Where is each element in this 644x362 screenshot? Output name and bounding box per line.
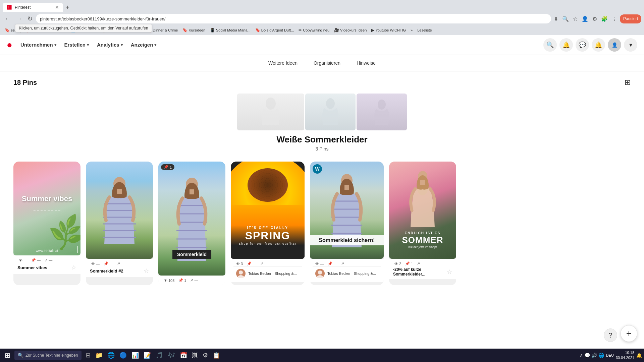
star-icon[interactable]: ☆ [572, 14, 579, 23]
calendar-icon[interactable]: 📅 [178, 351, 189, 360]
account-chevron-button[interactable]: ▾ [624, 38, 637, 52]
download-icon[interactable]: ⬇ [552, 14, 559, 23]
new-tab-button[interactable]: + [63, 4, 72, 11]
pin-badge-3: 📌 1 [161, 164, 174, 170]
nav-item-analytics[interactable]: Analytics ▾ [93, 39, 127, 50]
help-button[interactable]: ? [604, 328, 617, 342]
chevron-down-icon: ▾ [154, 43, 156, 47]
music-icon[interactable]: 🎶 [166, 351, 176, 360]
extension-icon[interactable]: 🧩 [600, 14, 609, 23]
pin-card-5[interactable]: Sommerkleid sichern! W 👁 — 📌 — ↗ — [310, 162, 384, 285]
address-bar[interactable] [36, 14, 551, 23]
pin-card-2[interactable]: 👁 — 📌 — ↗ — Sommerkleid #2 ☆ [86, 162, 153, 285]
board-pin-count: 3 Pins [316, 146, 329, 152]
pin-card-6[interactable]: ENDLICH IST ES SOMMER Kleider jetzt im S… [389, 162, 456, 285]
notification-center-icon[interactable]: 🔔 [636, 353, 642, 358]
wordpress-badge: W [313, 164, 322, 174]
active-tab[interactable]: 🅿 Pinterest ✕ [3, 3, 63, 12]
avatar-icon: 👤 [612, 42, 618, 48]
bookmark-label: Kursideen [189, 28, 205, 32]
pin-stats-6: 👁 2 📌 1 ↗ — [392, 261, 453, 266]
tray-chat-icon[interactable]: 💬 [584, 353, 590, 358]
tray-volume-icon[interactable]: 🔊 [591, 353, 597, 358]
bookmark-bois[interactable]: 🔖 Bois d'Argent Duft... [253, 27, 296, 33]
file-explorer-icon[interactable]: 📁 [94, 351, 104, 360]
profile-browser-icon[interactable]: 👤 [580, 14, 590, 23]
svg-point-33 [318, 270, 322, 275]
tab-title: Pinterest [15, 5, 52, 10]
sommerkleid-label: Sommerkleid [172, 250, 211, 259]
bookmark-label: Videokurs Ideen [340, 28, 367, 32]
user-name-4: Tobias Becker - Shopping &... [248, 272, 297, 276]
sub-nav-organisieren[interactable]: Organisieren [311, 59, 343, 67]
bookmark-label: Leseliste [417, 28, 432, 32]
tray-network-icon[interactable]: 🌐 [598, 353, 604, 358]
edge-icon[interactable]: 🌐 [106, 351, 116, 360]
nav-item-erstellen[interactable]: Erstellen ▾ [60, 39, 93, 50]
nav-right: 🔍 🔔 💬 🔔 👤 ▾ [543, 38, 637, 52]
spotify-icon[interactable]: 🎵 [154, 351, 164, 360]
messages-button[interactable]: 💬 [576, 38, 589, 52]
add-pin-button[interactable]: + [621, 325, 637, 342]
sommer-sichern-label: Sommerkleid sichern! [310, 235, 384, 245]
save-star-icon[interactable]: ☆ [144, 267, 149, 275]
taskview-icon[interactable]: ⊟ [84, 351, 92, 360]
bookmark-copywriting[interactable]: ✏ Copywriting neu [297, 27, 331, 33]
forward-button[interactable]: → [14, 14, 24, 24]
search-button[interactable]: 🔍 [543, 38, 557, 52]
filter-button[interactable]: ⊞ [625, 78, 631, 87]
more-browser-icon[interactable]: ⋮ [610, 14, 619, 23]
save-star-icon[interactable]: ☆ [447, 268, 452, 276]
excel-icon[interactable]: 📊 [130, 351, 140, 360]
main-content: 18 Pins ⊞ [0, 71, 644, 292]
pin-card-1[interactable]: 🌿 Summer vibes www.tobitalk.at 👁 — 📌 — ↗ [13, 162, 80, 285]
views-stat: 👁 103 [164, 279, 174, 283]
bookmark-social[interactable]: 📱 Social Media Mana... [208, 27, 253, 33]
refresh-button[interactable]: ↻ [25, 14, 35, 24]
bookmark-leseliste[interactable]: Leseliste [415, 27, 434, 33]
nav-label-unternehmen: Unternehmen [20, 42, 53, 48]
bookmark-more[interactable]: » [409, 27, 415, 33]
nav-item-unternehmen[interactable]: Unternehmen ▾ [16, 39, 60, 50]
pin-card-4[interactable]: IT'S OFFICIALLY SPRING Shop for our fres… [231, 162, 305, 285]
notification-bell-button[interactable]: 🔔 [559, 38, 573, 52]
shares-stat: ↗ — [190, 278, 198, 283]
nav-label-analytics: Analytics [97, 42, 119, 48]
svg-point-2 [378, 100, 386, 110]
profile-pause-button[interactable]: Pausiert [620, 14, 641, 23]
user-name-5: Tobias Becker - Shopping &... [327, 272, 376, 276]
board-cover-image-2 [305, 94, 356, 130]
windows-taskbar: ⊞ 🔍 Zur Suche Text hier eingeben ⊟ 📁 🌐 🔵… [0, 349, 644, 362]
badge-icon: 📌 [164, 165, 168, 169]
save-star-icon[interactable]: ☆ [71, 264, 76, 271]
svg-rect-14 [190, 189, 194, 194]
bookmark-youtube[interactable]: ▶ Youtube WICHTIG [369, 27, 408, 33]
search-browser-icon[interactable]: 🔍 [561, 14, 570, 23]
settings-browser-icon[interactable]: ⚙ [591, 14, 598, 23]
saves-stat: 📌 1 [178, 278, 186, 283]
pin-stats-4: 👁 3 📌 — ↗ — [233, 261, 302, 266]
sub-nav-weitere-ideen[interactable]: Weitere Ideen [266, 59, 300, 67]
word-icon[interactable]: 📝 [142, 351, 152, 360]
nav-item-anzeigen[interactable]: Anzeigen ▾ [127, 39, 161, 50]
tab-close-icon[interactable]: ✕ [55, 5, 59, 10]
sub-nav-hinweise[interactable]: Hinweise [354, 59, 378, 67]
pin-card-3[interactable]: Sommerkleid 📌 1 👁 103 📌 1 ↗ — [158, 162, 225, 285]
taskbar-search[interactable]: 🔍 Zur Suche Text hier eingeben [14, 351, 82, 360]
back-button[interactable]: ← [3, 14, 13, 24]
photos-icon[interactable]: 🖼 [191, 351, 199, 360]
notepad-icon[interactable]: 📋 [211, 351, 221, 360]
start-button[interactable]: ⊞ [2, 351, 13, 359]
settings-icon[interactable]: ⚙ [201, 351, 209, 360]
saves-stat: 📌 — [31, 258, 41, 262]
system-clock[interactable]: 10:18 30.04.2021 [616, 350, 634, 361]
bookmark-videokurs[interactable]: 🎥 Videokurs Ideen [332, 27, 369, 33]
bookmark-kursideen[interactable]: 🔖 Kursideen [180, 27, 207, 33]
pin-footer-4: 👁 3 📌 — ↗ — Tobias Becker - Shopping &..… [231, 259, 305, 282]
user-avatar-button[interactable]: 👤 [608, 38, 621, 52]
back-tooltip: Klicken, um zurückzugehen. Gedrückt halt… [15, 24, 152, 32]
views-stat: 👁 3 [236, 262, 243, 266]
tray-expand-icon[interactable]: ∧ [580, 353, 583, 358]
alerts-button[interactable]: 🔔 [592, 38, 605, 52]
chrome-icon[interactable]: 🔵 [118, 351, 128, 360]
